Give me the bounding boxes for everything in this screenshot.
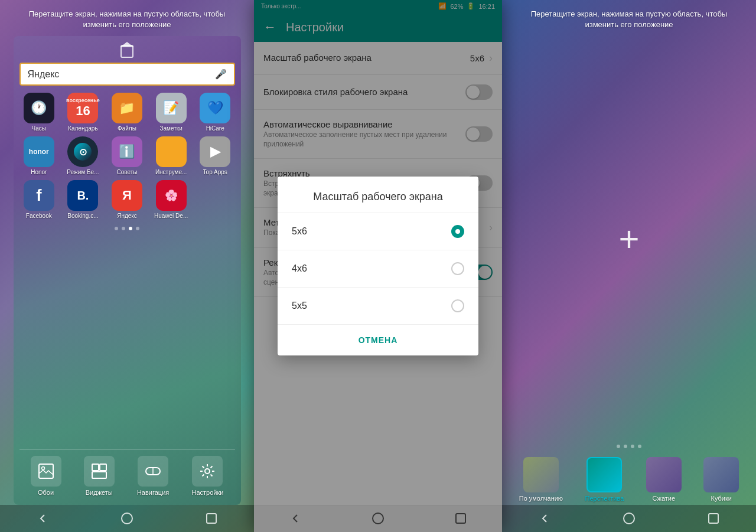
apps-row-3: f Facebook B. Booking.c... Я Яндекс 🌸 Hu…	[19, 180, 235, 219]
app-icon-notes: 📝	[156, 93, 187, 123]
dot-4	[136, 227, 139, 230]
nav-home-right[interactable]	[623, 512, 636, 527]
search-bar[interactable]: Яндекс 🎤	[19, 63, 235, 86]
app-icon-tools	[156, 136, 187, 167]
app-hicare[interactable]: 💙 HiCare	[195, 93, 235, 132]
svg-rect-9	[207, 514, 216, 523]
left-hint: Перетащите экран, нажимая на пустую обла…	[0, 0, 254, 36]
nav-back-left[interactable]	[36, 512, 49, 527]
app-icon-clock: 🕐	[24, 93, 54, 123]
bottom-wallpaper[interactable]: Обои	[31, 456, 61, 496]
app-huawei[interactable]: 🌸 Huawei De...	[151, 180, 191, 219]
left-nav-bar	[0, 505, 254, 532]
dialog-option-4x6-label: 4х6	[292, 263, 307, 274]
svg-rect-2	[92, 464, 99, 471]
nav-back-right[interactable]	[538, 512, 551, 527]
mic-icon: 🎤	[215, 68, 227, 80]
dialog-cancel-button[interactable]: ОТМЕНА	[278, 325, 478, 355]
nav-home-left[interactable]	[120, 512, 133, 527]
app-notes[interactable]: 📝 Заметки	[151, 93, 191, 132]
navigation-svg-icon	[145, 463, 161, 479]
bottom-widgets[interactable]: Виджеты	[84, 456, 115, 496]
right-panel: Перетащите экран, нажимая на пустую обла…	[502, 0, 756, 532]
dialog-title: Масштаб рабочего экрана	[278, 177, 478, 213]
dialog-option-5x5[interactable]: 5х5	[278, 288, 478, 325]
bottom-widgets-label: Виджеты	[86, 489, 113, 496]
wallpaper-inner-perspective	[588, 458, 621, 491]
page-dots	[19, 224, 235, 233]
svg-point-1	[41, 467, 44, 470]
app-tips[interactable]: ℹ️ Советы	[107, 136, 147, 175]
add-screen-icon[interactable]: +	[618, 218, 639, 259]
back-nav-icon-right	[538, 512, 551, 525]
bottom-settings[interactable]: Настройки	[191, 456, 223, 496]
settings-icon-box	[192, 456, 223, 487]
wallpaper-perspective[interactable]: Перспектива	[585, 457, 624, 502]
right-hint: Перетащите экран, нажимая на пустую обла…	[502, 0, 756, 36]
app-yandex[interactable]: Я Яндекс	[107, 180, 147, 219]
dots-right	[617, 442, 641, 451]
left-panel: Перетащите экран, нажимая на пустую обла…	[0, 0, 254, 532]
wallpaper-icon-box	[31, 456, 61, 487]
app-calendar[interactable]: воскресенье 16 Календарь	[63, 93, 103, 132]
app-icon-yandex: Я	[112, 180, 142, 211]
app-icon-topapps: ▶	[200, 136, 230, 167]
widgets-svg-icon	[91, 463, 107, 479]
app-label-tips: Советы	[117, 169, 138, 175]
nav-recent-right[interactable]	[707, 512, 720, 527]
app-honor[interactable]: honor Honor	[19, 136, 59, 175]
wallpaper-default[interactable]: По умолчанию	[519, 457, 563, 502]
wallpaper-compress[interactable]: Сжатие	[646, 457, 682, 502]
wallpaper-cubes[interactable]: Кубики	[703, 457, 739, 502]
wallpaper-label-cubes: Кубики	[711, 495, 732, 502]
app-topapps[interactable]: ▶ Top Apps	[195, 136, 235, 175]
dot-r4	[638, 445, 641, 448]
app-label-booking: Booking.c...	[67, 213, 98, 219]
bottom-shortcuts: Обои Виджеты	[19, 449, 235, 499]
svg-point-8	[122, 513, 132, 524]
app-label-facebook: Facebook	[26, 213, 52, 219]
app-icon-honor: honor	[24, 136, 54, 167]
recent-nav-icon	[205, 512, 218, 525]
svg-rect-13	[709, 514, 718, 523]
right-phone-screen: +	[516, 36, 743, 442]
nav-recent-left[interactable]	[205, 512, 218, 527]
wallpaper-label-compress: Сжатие	[652, 495, 675, 502]
bottom-navigation[interactable]: Навигация	[137, 456, 169, 496]
bottom-navigation-label: Навигация	[137, 489, 169, 496]
radio-5x5[interactable]	[451, 299, 464, 312]
home-nav-icon	[120, 512, 133, 525]
radio-4x6[interactable]	[451, 262, 464, 275]
back-nav-icon	[36, 512, 49, 525]
right-nav-bar	[502, 505, 756, 532]
app-mode[interactable]: ⊙ Режим Бе...	[63, 136, 103, 175]
dot-1	[115, 227, 118, 230]
app-files[interactable]: 📁 Файлы	[107, 93, 147, 132]
app-label-calendar: Календарь	[68, 125, 97, 132]
settings-svg-icon	[199, 463, 216, 479]
wallpaper-thumb-cubes	[703, 457, 739, 492]
app-icon-mode: ⊙	[67, 136, 98, 167]
app-icon-calendar: воскресенье 16	[67, 93, 98, 123]
wallpaper-thumb-perspective	[586, 457, 622, 492]
app-label-notes: Заметки	[159, 125, 182, 132]
dialog-option-4x6[interactable]: 4х6	[278, 250, 478, 288]
wallpaper-thumb-compress	[646, 457, 682, 492]
app-icon-files: 📁	[112, 93, 142, 123]
app-label-clock: Часы	[32, 125, 46, 132]
dialog-overlay[interactable]: Масштаб рабочего экрана 5х6 4х6 5х5 ОТМЕ…	[254, 0, 502, 532]
app-facebook[interactable]: f Facebook	[19, 180, 59, 219]
wallpaper-options: По умолчанию Перспектива Сжатие Кубики	[502, 451, 756, 505]
app-tools[interactable]: Инструме...	[151, 136, 191, 175]
radio-5x6[interactable]	[451, 225, 464, 238]
app-icon-facebook: f	[24, 180, 54, 211]
wallpaper-inner-cubes	[703, 457, 739, 492]
app-icon-tips: ℹ️	[112, 136, 142, 167]
app-clock[interactable]: 🕐 Часы	[19, 93, 59, 132]
dialog-option-5x6[interactable]: 5х6	[278, 213, 478, 250]
app-label-hicare: HiCare	[206, 125, 224, 132]
app-label-mode: Режим Бе...	[67, 169, 99, 175]
app-icon-huawei: 🌸	[156, 180, 187, 211]
app-booking[interactable]: B. Booking.c...	[63, 180, 103, 219]
dialog-option-5x5-label: 5х5	[292, 301, 307, 311]
